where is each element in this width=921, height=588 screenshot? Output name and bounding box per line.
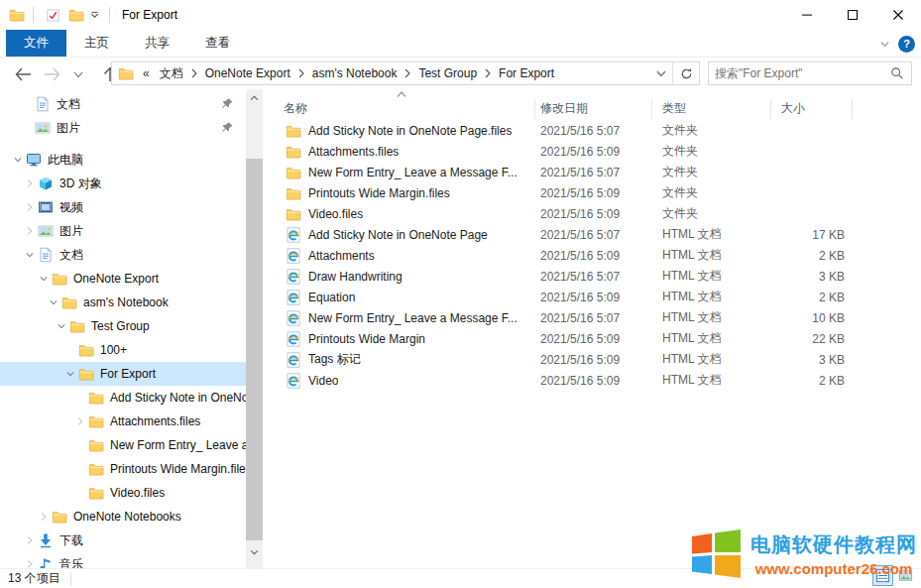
maximize-button[interactable]	[830, 0, 875, 30]
breadcrumb-chevron-icon[interactable]	[403, 68, 412, 78]
breadcrumb-segment[interactable]: For Export	[493, 66, 560, 80]
tree-item[interactable]: Add Sticky Note in OneNote Page.files	[0, 386, 246, 410]
folder-icon	[61, 294, 77, 310]
search-input[interactable]	[709, 66, 890, 80]
scroll-down-icon[interactable]	[246, 543, 263, 560]
breadcrumb-segment[interactable]: OneNote Export	[199, 66, 296, 80]
ribbon-tab-strip: 文件主页共享查看 ?	[0, 30, 921, 58]
file-row[interactable]: Add Sticky Note in OneNote Page2021/5/16…	[264, 224, 921, 245]
breadcrumb-chevron-icon[interactable]	[189, 68, 199, 78]
tree-item[interactable]: Attachments.files	[0, 410, 246, 433]
qat-new-folder-button[interactable]	[64, 5, 88, 25]
expand-ribbon-icon[interactable]	[879, 39, 890, 50]
chevron-down-icon[interactable]	[54, 318, 69, 334]
file-row[interactable]: Video2021/5/16 5:09HTML 文档2 KB	[264, 370, 921, 391]
tree-item[interactable]: New Form Entry_ Leave a Message F...	[0, 433, 246, 457]
scroll-up-icon[interactable]	[246, 89, 263, 106]
back-button[interactable]	[8, 67, 38, 81]
chevron-down-icon[interactable]	[62, 366, 78, 382]
file-row[interactable]: New Form Entry_ Leave a Message F...2021…	[264, 162, 921, 182]
file-row[interactable]: Video.files2021/5/16 5:09文件夹	[264, 203, 921, 224]
sidebar-scrollbar[interactable]	[246, 89, 263, 568]
column-header-date-modified[interactable]: 修改日期	[535, 99, 652, 119]
qat-customize-button[interactable]	[88, 9, 101, 22]
chevron-down-icon[interactable]	[46, 294, 61, 310]
tree-item[interactable]: 此电脑	[0, 148, 246, 172]
close-button[interactable]	[875, 0, 921, 30]
tree-item[interactable]: Test Group	[0, 314, 246, 338]
chevron-right-icon[interactable]	[72, 413, 88, 429]
chevron-down-icon[interactable]	[22, 247, 38, 263]
chevron-right-icon[interactable]	[22, 556, 38, 568]
item-count: 13 个项目	[0, 570, 60, 587]
file-list: Add Sticky Note in OneNote Page.files202…	[264, 120, 921, 391]
tree-item[interactable]: For Export	[0, 362, 246, 386]
file-row[interactable]: Attachments.files2021/5/16 5:09文件夹	[264, 141, 921, 162]
tree-item[interactable]: 视频	[0, 195, 246, 219]
breadcrumb-segment[interactable]: asm's Notebook	[306, 66, 403, 80]
tree-item-label: 下载	[59, 532, 83, 549]
file-date: 2021/5/16 5:09	[535, 374, 652, 388]
tree-item[interactable]: Printouts Wide Margin.files	[0, 457, 246, 481]
minimize-button[interactable]	[784, 0, 830, 30]
qat-properties-button[interactable]	[42, 6, 64, 25]
file-type: 文件夹	[652, 164, 771, 180]
file-type: HTML 文档	[652, 226, 771, 243]
chevron-right-icon[interactable]	[22, 223, 38, 239]
breadcrumb-segment[interactable]: 文档	[154, 65, 189, 82]
chevron-down-icon[interactable]	[36, 271, 52, 287]
address-bar[interactable]: « 文档OneNote Exportasm's NotebookTest Gro…	[111, 61, 700, 85]
file-row[interactable]: Attachments2021/5/16 5:09HTML 文档2 KB	[264, 245, 921, 266]
tree-item[interactable]: OneNote Export	[0, 267, 246, 291]
search-icon[interactable]	[890, 66, 904, 80]
tree-item[interactable]: OneNote Notebooks	[0, 505, 246, 529]
details-view-button[interactable]	[872, 565, 893, 586]
file-name-cell: Video.files	[264, 206, 535, 222]
quick-access-item[interactable]: 文档	[0, 92, 246, 116]
tab-home[interactable]: 主页	[66, 30, 127, 57]
file-row[interactable]: Tags 标记2021/5/16 5:09HTML 文档3 KB	[264, 349, 921, 370]
address-dropdown-icon[interactable]	[650, 69, 672, 77]
tree-item[interactable]: Video.files	[0, 481, 246, 505]
tab-view[interactable]: 查看	[187, 30, 248, 57]
file-row[interactable]: Equation2021/5/16 5:09HTML 文档2 KB	[264, 287, 921, 307]
tab-share[interactable]: 共享	[127, 30, 187, 57]
tree-item[interactable]: 下载	[0, 529, 246, 552]
forward-button[interactable]	[38, 67, 67, 81]
recent-locations-button[interactable]	[67, 70, 89, 78]
column-header-name[interactable]: 名称	[264, 99, 535, 119]
file-row[interactable]: Printouts Wide Margin.files2021/5/16 5:0…	[264, 182, 921, 203]
help-button[interactable]: ?	[898, 36, 915, 53]
file-row[interactable]: Printouts Wide Margin2021/5/16 5:09HTML …	[264, 328, 921, 349]
file-row[interactable]: Draw Handwriting2021/5/16 5:07HTML 文档3 K…	[264, 266, 921, 287]
folder-icon	[88, 437, 104, 453]
scrollbar-thumb[interactable]	[246, 159, 263, 540]
file-row[interactable]: New Form Entry_ Leave a Message F...2021…	[264, 307, 921, 328]
breadcrumb-overflow-button[interactable]: «	[139, 66, 154, 80]
chevron-down-icon[interactable]	[10, 152, 26, 168]
tree-item[interactable]: asm's Notebook	[0, 291, 246, 314]
breadcrumb-chevron-icon[interactable]	[483, 68, 493, 78]
chevron-right-icon[interactable]	[36, 509, 52, 525]
chevron-right-icon[interactable]	[22, 199, 38, 215]
tree-item[interactable]: 音乐	[0, 552, 246, 568]
tree-item[interactable]: 3D 对象	[0, 172, 246, 195]
tree-item-label: asm's Notebook	[83, 295, 169, 309]
column-header-type[interactable]: 类型	[652, 99, 771, 119]
chevron-right-icon[interactable]	[22, 176, 38, 191]
file-date: 2021/5/16 5:09	[535, 145, 652, 159]
breadcrumb-chevron-icon[interactable]	[296, 68, 306, 78]
refresh-button[interactable]	[673, 62, 699, 84]
file-row[interactable]: Add Sticky Note in OneNote Page.files202…	[264, 120, 921, 141]
quick-access-item[interactable]: 图片	[0, 116, 246, 140]
tree-item[interactable]: 图片	[0, 219, 246, 243]
file-date: 2021/5/16 5:09	[535, 332, 652, 346]
tree-item-label: 图片	[59, 223, 83, 240]
breadcrumb-segment[interactable]: Test Group	[412, 66, 483, 80]
tree-item[interactable]: 文档	[0, 243, 246, 267]
tree-item[interactable]: 100+	[0, 338, 246, 362]
tab-file[interactable]: 文件	[6, 30, 66, 57]
thumbnail-view-button[interactable]	[895, 565, 916, 586]
column-header-size[interactable]: 大小	[771, 99, 853, 119]
chevron-right-icon[interactable]	[22, 532, 38, 548]
